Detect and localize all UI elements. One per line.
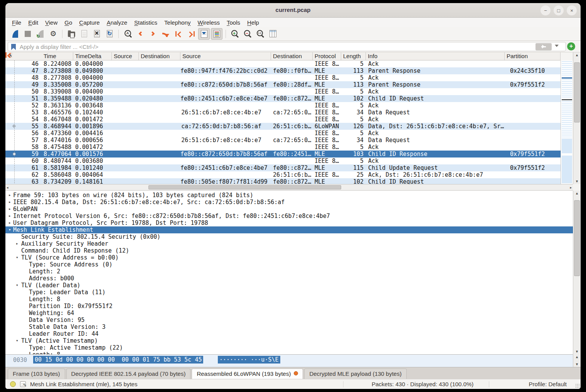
menu-tools[interactable]: Tools <box>223 18 244 27</box>
detail-line[interactable]: Data Version: 95 <box>5 317 573 323</box>
auto-scroll-button[interactable] <box>198 28 210 40</box>
byte-tab[interactable]: Reassembled 6LoWPAN (193 bytes) <box>192 369 303 379</box>
expert-info-icon[interactable] <box>10 381 16 387</box>
packet-row-60[interactable]: 608.4807440.003680IEEE 8…5Ack <box>5 157 561 164</box>
packet-row-55[interactable]: 558.4689440.001896ca:72:65:0d:b7:b8:56:a… <box>5 123 561 130</box>
detail-line[interactable]: ▾Mesh Link Establishment <box>5 226 573 233</box>
zoom-in-button[interactable] <box>229 28 241 40</box>
filter-apply-button[interactable] <box>535 43 552 50</box>
detail-line[interactable]: Security Suite: 802.15.4 Security (0x00) <box>5 233 573 240</box>
column-header-partition[interactable]: Partition <box>505 52 561 60</box>
collapse-icon[interactable]: ▾ <box>8 226 11 233</box>
go-last-packet-button[interactable] <box>185 28 197 40</box>
collapse-icon[interactable]: ▾ <box>16 282 19 289</box>
status-profile[interactable]: Profile: Default <box>529 381 567 387</box>
expand-icon[interactable]: ▸ <box>8 199 11 206</box>
detail-line[interactable]: Weighting: 64 <box>5 310 573 317</box>
menu-help[interactable]: Help <box>244 18 263 27</box>
packet-row-50[interactable]: 508.3390080.004000IEEE 8…5Ack <box>5 88 561 95</box>
filter-dropdown-icon[interactable] <box>555 45 559 49</box>
detail-line[interactable]: Address: b000 <box>5 275 573 282</box>
resize-columns-button[interactable] <box>267 28 279 40</box>
packet-row-62[interactable]: 628.5860480.00406426:51:c6:b…IEEE 8…25Ac… <box>5 171 561 178</box>
display-filter-input[interactable]: Apply a display filter ... <Ctrl-/> <box>8 42 566 51</box>
menu-edit[interactable]: Edit <box>25 18 42 27</box>
packet-row-56[interactable]: 568.4733600.004416IEEE 8…5Ack <box>5 130 561 137</box>
column-header-timedelta[interactable]: TimeDelta <box>73 52 112 60</box>
scroll-down-icon[interactable]: ▼ <box>573 349 581 354</box>
detail-line[interactable]: ▸Auxiliary Security Header <box>5 240 573 247</box>
open-file-button[interactable] <box>66 28 77 40</box>
menu-wireless[interactable]: Wireless <box>194 18 224 27</box>
stop-capture-button[interactable] <box>22 28 34 40</box>
detail-line[interactable]: Type: Leader Data (11) <box>5 289 573 296</box>
collapse-icon[interactable]: ▾ <box>16 254 19 261</box>
filter-bookmark-icon[interactable] <box>11 44 16 50</box>
scroll-up-icon[interactable]: ▲ <box>573 52 581 58</box>
collapse-icon[interactable]: ▾ <box>16 337 19 344</box>
go-forward-button[interactable] <box>147 28 159 40</box>
scroll-down-icon[interactable]: ▼ <box>573 179 581 184</box>
scroll-left-icon[interactable]: ◂ <box>7 185 8 190</box>
go-back-button[interactable] <box>135 28 146 40</box>
packet-row-51[interactable]: 518.3594880.020480fe80::2451:c6b7:e8ce:4… <box>5 95 561 102</box>
find-packet-button[interactable] <box>122 28 133 40</box>
column-header-length[interactable]: Length <box>341 52 366 60</box>
packet-row-58[interactable]: 588.4754880.001472IEEE 8…5Ack <box>5 144 561 151</box>
menu-statistics[interactable]: Statistics <box>131 18 161 27</box>
menu-capture[interactable]: Capture <box>76 18 103 27</box>
column-header-destination[interactable]: Destination <box>271 52 313 60</box>
packet-row-47[interactable]: 478.2738080.049800fe80::947f:f476:22bc:c… <box>5 67 561 74</box>
titlebar[interactable]: current.pcap −□× <box>5 3 581 18</box>
packet-row-59[interactable]: 598.4770640.001576fe80::c872:650d:b7b8:5… <box>5 151 561 157</box>
capture-options-button[interactable]: ⚙ <box>47 28 59 40</box>
hex-scrollbar[interactable]: ▲ ▼ <box>573 354 581 367</box>
minimize-button[interactable]: − <box>541 5 551 15</box>
detail-line[interactable]: Length: 8 <box>5 351 573 354</box>
menu-telephony[interactable]: Telephony <box>161 18 194 27</box>
column-header-source[interactable]: Source <box>112 52 139 60</box>
go-to-packet-button[interactable] <box>160 28 172 40</box>
packet-list-hscrollbar[interactable]: ◂ ▸ <box>5 184 573 191</box>
detail-line[interactable]: ▸6LoWPAN <box>5 206 573 213</box>
packet-list-scrollbar[interactable]: ▲ ▼ <box>573 52 581 184</box>
packet-row-53[interactable]: 538.4655760.10244026:51:c6:b7:e8:ce:4b:e… <box>5 109 561 116</box>
detail-line[interactable]: Length: 2 <box>5 268 573 275</box>
detail-line[interactable]: Stable Data Version: 3 <box>5 323 573 330</box>
zoom-out-button[interactable] <box>242 28 253 40</box>
zoom-original-button[interactable] <box>254 28 266 40</box>
hex-ascii-selected[interactable]: ········ ···u·S\E <box>218 356 280 364</box>
hex-bytes-selected[interactable]: 00 15 0d 00 00 00 00 00 00 00 01 75 bb 5… <box>33 356 203 364</box>
detail-line[interactable]: ▾TLV (Source Address = b0:00) <box>5 254 573 261</box>
menu-file[interactable]: File <box>8 18 25 27</box>
scrollbar-thumb[interactable] <box>574 62 580 122</box>
expand-icon[interactable]: ▸ <box>8 219 11 226</box>
expand-icon[interactable]: ▸ <box>8 192 11 199</box>
detail-line[interactable]: Length: 8 <box>5 296 573 303</box>
scrollbar-thumb[interactable] <box>574 200 580 276</box>
menu-analyze[interactable]: Analyze <box>103 18 131 27</box>
reload-file-button[interactable] <box>104 28 115 40</box>
start-capture-button[interactable] <box>9 28 21 40</box>
close-button[interactable]: × <box>567 5 577 15</box>
column-header-protocol[interactable]: Protocol <box>313 52 341 60</box>
column-header-destination[interactable]: Destination <box>139 52 180 60</box>
packet-row-48[interactable]: 488.2778080.004000IEEE 8…5Ack <box>5 74 561 81</box>
expand-icon[interactable]: ▸ <box>8 213 11 219</box>
packet-row-54[interactable]: 548.4670480.001472IEEE 8…5Ack <box>5 116 561 123</box>
close-file-button[interactable] <box>91 28 103 40</box>
detail-line[interactable]: ▸Internet Protocol Version 6, Src: fe80:… <box>5 213 573 219</box>
scroll-down-icon[interactable]: ▼ <box>573 362 581 367</box>
capture-comment-icon[interactable] <box>20 381 26 387</box>
packet-row-63[interactable]: 638.7342090.148161fe80::505e:f807:7f81:4… <box>5 178 561 184</box>
expand-icon[interactable]: ▸ <box>16 240 19 247</box>
hex-pane[interactable]: 0030 00 15 0d 00 00 00 00 00 00 00 01 75… <box>5 354 573 367</box>
packet-row-49[interactable]: 498.3350080.057200fe80::c872:650d:b7b8:5… <box>5 81 561 88</box>
maximize-button[interactable]: □ <box>554 5 564 15</box>
detail-line[interactable]: ▾TLV (Active Timestamp) <box>5 337 573 344</box>
packet-row-52[interactable]: 528.3631360.003648IEEE 8…5Ack <box>5 102 561 109</box>
detail-scrollbar[interactable]: ▲ ▼ <box>573 191 581 354</box>
column-header-time[interactable]: Time <box>42 52 73 60</box>
save-file-button[interactable] <box>78 28 90 40</box>
detail-line[interactable]: ▸Frame 59: 103 bytes on wire (824 bits),… <box>5 192 573 199</box>
